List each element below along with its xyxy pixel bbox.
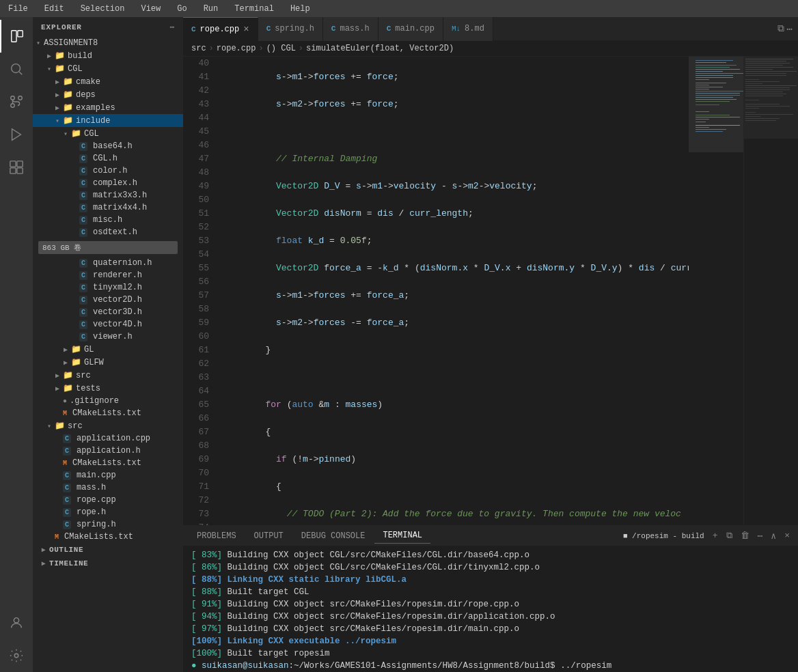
color-h-label: color.h	[93, 166, 127, 176]
activity-extensions[interactable]	[0, 151, 33, 184]
tree-vector4d[interactable]: C vector4D.h	[33, 318, 183, 331]
activity-run-debug[interactable]	[0, 118, 33, 151]
tree-spring-h[interactable]: C spring.h	[33, 518, 183, 531]
tree-application-h[interactable]: C application.h	[33, 445, 183, 457]
activity-bar	[0, 17, 33, 672]
menu-view[interactable]: View	[138, 4, 163, 14]
tree-quaternion[interactable]: C quaternion.h	[33, 257, 183, 269]
tree-application-cpp[interactable]: C application.cpp	[33, 432, 183, 445]
tree-src-cgl[interactable]: ▶ 📁 src	[33, 369, 183, 382]
tree-assignment8[interactable]: ▾ ASSIGNMENT8	[33, 37, 183, 49]
svg-rect-11	[17, 168, 23, 173]
activity-source-control[interactable]	[0, 85, 33, 118]
tab-label-8-md: 8.md	[465, 24, 484, 33]
breadcrumb-func[interactable]: simulateEuler(float, Vector2D)	[306, 44, 454, 53]
terminal-content[interactable]: [ 83%] Building CXX object CGL/src/CMake…	[183, 546, 798, 672]
tree-main-cpp[interactable]: C main.cpp	[33, 469, 183, 481]
timeline-header[interactable]: ▶ TIMELINE	[33, 557, 183, 570]
activity-explorer[interactable]	[0, 20, 33, 53]
tab-problems[interactable]: PROBLEMS	[189, 529, 245, 544]
tree-glfw[interactable]: ▶ 📁 GLFW	[33, 356, 183, 369]
sidebar-title: EXPLORER ⋯	[33, 17, 183, 37]
tree-examples[interactable]: ▶ 📁 examples	[33, 101, 183, 114]
tab-icon-rope-cpp: C	[191, 25, 196, 33]
tree-tests[interactable]: ▶ 📁 tests	[33, 382, 183, 395]
minimap[interactable]	[689, 57, 743, 525]
activity-account[interactable]	[0, 606, 33, 639]
tab-close-rope-cpp[interactable]: ×	[243, 25, 249, 34]
tree-osdtext[interactable]: C osdtext.h	[33, 226, 183, 238]
terminal-more[interactable]: ⋯	[755, 529, 766, 543]
tree-include-cgl[interactable]: ▾ 📁 CGL	[33, 127, 183, 140]
tree-tinyxml2[interactable]: C tinyxml2.h	[33, 281, 183, 294]
menu-run[interactable]: Run	[201, 4, 221, 14]
breadcrumb-cgl[interactable]: () CGL	[266, 44, 296, 53]
tree-cmakelists-root[interactable]: M CMakeLists.txt	[33, 531, 183, 543]
menu-selection[interactable]: Selection	[78, 4, 128, 14]
tree-vector3d[interactable]: C vector3D.h	[33, 306, 183, 318]
tab-8-md[interactable]: M↓ 8.md	[443, 17, 493, 41]
tree-renderer[interactable]: C renderer.h	[33, 269, 183, 281]
tree-viewer[interactable]: C viewer.h	[33, 331, 183, 343]
menu-help[interactable]: Help	[288, 4, 313, 14]
tab-main-cpp[interactable]: C main.cpp	[379, 17, 443, 41]
tree-rope-cpp[interactable]: C rope.cpp	[33, 494, 183, 506]
breadcrumb: src › rope.cpp › () CGL › simulateEuler(…	[183, 41, 798, 57]
menu-file[interactable]: File	[5, 4, 31, 14]
tab-debug-console[interactable]: DEBUG CONSOLE	[293, 529, 374, 544]
base64-label: base64.h	[93, 141, 133, 151]
tree-base64[interactable]: C base64.h	[33, 140, 183, 152]
vector2d-label: vector2D.h	[93, 295, 142, 305]
breadcrumb-src[interactable]: src	[191, 44, 206, 53]
tab-rope-cpp[interactable]: C rope.cpp ×	[183, 17, 258, 41]
tree-cmakelists-cgl[interactable]: M CMakeLists.txt	[33, 407, 183, 419]
terminal-close[interactable]: ×	[782, 529, 793, 542]
menu-go[interactable]: Go	[174, 4, 189, 14]
terminal-split[interactable]: ⧉	[724, 529, 735, 542]
cmake-label: cmake	[76, 77, 100, 87]
tab-output[interactable]: OUTPUT	[246, 529, 292, 544]
activity-settings[interactable]	[0, 639, 33, 672]
tree-include[interactable]: ▾ 📁 include	[33, 114, 183, 127]
tree-rope-h[interactable]: C rope.h	[33, 506, 183, 518]
tree-matrix4x4[interactable]: C matrix4x4.h	[33, 201, 183, 214]
layout-icon[interactable]: ⋯	[787, 23, 793, 35]
code-editor[interactable]: 40 41 42 43 44 45 46 47 48 49 50 51 52 5…	[183, 57, 689, 525]
tree-complex-h[interactable]: C complex.h	[33, 177, 183, 189]
vector4d-label: vector4D.h	[93, 320, 142, 329]
tab-mass-h[interactable]: C mass.h	[323, 17, 379, 41]
sidebar-actions[interactable]: ⋯	[169, 23, 175, 31]
activity-search[interactable]	[0, 53, 33, 85]
tree-matrix3x3[interactable]: C matrix3x3.h	[33, 189, 183, 201]
menu-terminal[interactable]: Terminal	[232, 4, 277, 14]
terminal-collapse[interactable]: ∧	[768, 529, 779, 543]
svg-rect-0	[12, 31, 16, 42]
tree-mass-h[interactable]: C mass.h	[33, 481, 183, 494]
tree-color-h[interactable]: C color.h	[33, 165, 183, 177]
tree-cmakelists-src[interactable]: M CMakeLists.txt	[33, 457, 183, 469]
tree-cmake[interactable]: ▶ 📁 cmake	[33, 75, 183, 88]
tab-terminal[interactable]: TERMINAL	[374, 528, 430, 544]
code-content[interactable]: s->m1->forces += force; s->m2->forces +=…	[217, 57, 689, 525]
tab-spring-h[interactable]: C spring.h	[258, 17, 323, 41]
tree-gitignore[interactable]: ● .gitignore	[33, 395, 183, 407]
terminal-add[interactable]: +	[710, 529, 721, 542]
tree-vector2d[interactable]: C vector2D.h	[33, 294, 183, 306]
tree-src[interactable]: ▾ 📁 src	[33, 419, 183, 432]
breadcrumb-ropecpp[interactable]: rope.cpp	[217, 44, 256, 53]
tree-deps[interactable]: ▶ 📁 deps	[33, 88, 183, 101]
tree-cgl[interactable]: ▾ 📁 CGL	[33, 62, 183, 75]
split-editor-icon[interactable]: ⧉	[778, 23, 784, 34]
tree-gl[interactable]: ▶ 📁 GL	[33, 343, 183, 356]
terminal-trash[interactable]: 🗑	[738, 529, 752, 542]
breadcrumb-sep1: ›	[209, 44, 214, 53]
cmakelists-root-label: CMakeLists.txt	[64, 532, 133, 542]
spring-h-label: spring.h	[77, 520, 116, 529]
svg-rect-9	[17, 161, 23, 167]
outline-header[interactable]: ▶ OUTLINE	[33, 543, 183, 557]
new-file-icon[interactable]: ⋯	[169, 23, 175, 31]
tree-cgl-h[interactable]: C CGL.h	[33, 152, 183, 165]
tree-misc-h[interactable]: C misc.h	[33, 214, 183, 226]
tree-build[interactable]: ▶ 📁 build	[33, 49, 183, 62]
menu-edit[interactable]: Edit	[42, 4, 67, 14]
